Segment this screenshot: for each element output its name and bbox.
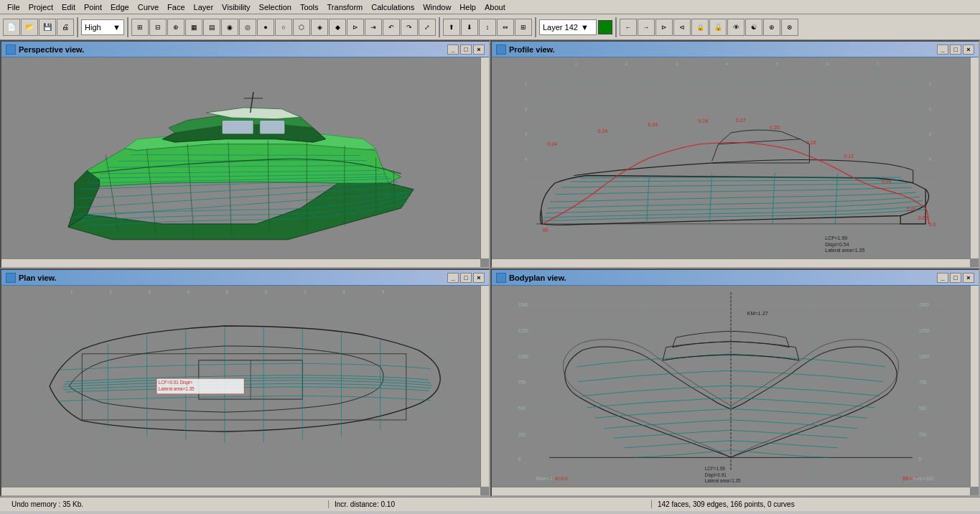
layer-color-box[interactable] bbox=[598, 20, 612, 34]
edit3-btn[interactable]: ↕ bbox=[479, 19, 496, 36]
edit4-btn[interactable]: ⇔ bbox=[497, 19, 514, 36]
extra7-btn[interactable]: 👁 bbox=[727, 19, 745, 36]
grid-btn[interactable]: ⊞ bbox=[131, 19, 149, 36]
extra10-btn[interactable]: ⊗ bbox=[781, 19, 798, 36]
view13-btn[interactable]: ⇥ bbox=[365, 19, 382, 36]
status-geometry: 142 faces, 309 edges, 166 points, 0 curv… bbox=[652, 500, 974, 508]
plan-viewport[interactable]: Plan view. _ □ × bbox=[0, 268, 490, 497]
svg-text:5: 5 bbox=[226, 289, 229, 294]
view8-btn[interactable]: ○ bbox=[275, 19, 292, 36]
bodyplan-maximize[interactable]: □ bbox=[950, 273, 961, 283]
bodyplan-controls: _ □ × bbox=[937, 273, 974, 283]
profile-viewport[interactable]: Profile view. _ □ × bbox=[490, 40, 980, 268]
plan-close[interactable]: × bbox=[473, 273, 485, 283]
save-button[interactable]: 💾 bbox=[39, 19, 56, 36]
svg-text:1000: 1000 bbox=[919, 354, 930, 359]
menu-curve[interactable]: Curve bbox=[134, 1, 163, 13]
quality-dropdown[interactable]: High ▼ bbox=[81, 19, 124, 35]
view16-btn[interactable]: ⤢ bbox=[419, 19, 436, 36]
profile-content: 12 34 56 7 12 34 12 34 bbox=[492, 57, 970, 258]
bodyplan-title-bar: Bodyplan view. _ □ × bbox=[492, 270, 979, 286]
extra6-btn[interactable]: 🔓 bbox=[709, 19, 727, 36]
menu-edge[interactable]: Edge bbox=[106, 1, 134, 13]
view4-btn[interactable]: ▤ bbox=[203, 19, 220, 36]
new-button[interactable]: 📄 bbox=[3, 19, 20, 36]
cursor-btn[interactable]: ⊕ bbox=[167, 19, 185, 36]
extra9-btn[interactable]: ⊕ bbox=[763, 19, 780, 36]
edit2-btn[interactable]: ⬇ bbox=[461, 19, 478, 36]
bodyplan-viewport[interactable]: Bodyplan view. _ □ × bbox=[490, 268, 980, 497]
view7-btn[interactable]: ● bbox=[257, 19, 274, 36]
bodyplan-scrollbar-v[interactable] bbox=[970, 286, 979, 487]
view-tools-group: ⊞ ⊟ ⊕ ▦ ▤ ◉ ◎ ● ○ ⬡ ◈ ◆ ⊳ ⇥ ↶ ↷ ⤢ bbox=[131, 19, 436, 36]
view6-btn[interactable]: ◎ bbox=[239, 19, 256, 36]
bodyplan-scrollbar-h[interactable] bbox=[492, 487, 970, 495]
svg-text:0: 0 bbox=[919, 457, 922, 462]
perspective-scrollbar-v[interactable] bbox=[480, 57, 489, 258]
view10-btn[interactable]: ◈ bbox=[311, 19, 328, 36]
toolbar: 📄 📂 💾 🖨 High ▼ ⊞ ⊟ ⊕ ▦ ▤ ◉ ◎ ● ○ ⬡ ◈ ◆ ⊳… bbox=[0, 14, 980, 40]
profile-minimize[interactable]: _ bbox=[937, 45, 948, 55]
perspective-scrollbar-h[interactable] bbox=[1, 258, 480, 267]
menu-about[interactable]: About bbox=[480, 1, 510, 13]
profile-close[interactable]: × bbox=[963, 45, 974, 55]
open-button[interactable]: 📂 bbox=[21, 19, 38, 36]
svg-text:6: 6 bbox=[826, 61, 829, 66]
extra3-btn[interactable]: ⊳ bbox=[655, 19, 673, 36]
plan-scrollbar-v[interactable] bbox=[480, 286, 489, 487]
menu-window[interactable]: Window bbox=[419, 1, 455, 13]
plan-scrollbar-h[interactable] bbox=[1, 487, 480, 495]
profile-scrollbar-v[interactable] bbox=[970, 57, 979, 258]
view11-btn[interactable]: ◆ bbox=[329, 19, 346, 36]
perspective-title: Perspective view. bbox=[19, 45, 84, 54]
view2-btn[interactable]: ⊟ bbox=[149, 19, 167, 36]
bodyplan-close[interactable]: × bbox=[963, 273, 974, 283]
menu-project[interactable]: Project bbox=[24, 1, 57, 13]
profile-maximize[interactable]: □ bbox=[950, 45, 961, 55]
menu-tools[interactable]: Tools bbox=[296, 1, 323, 13]
menu-edit[interactable]: Edit bbox=[57, 1, 80, 13]
view3-btn[interactable]: ▦ bbox=[185, 19, 202, 36]
menu-layer[interactable]: Layer bbox=[190, 1, 218, 13]
menu-help[interactable]: Help bbox=[455, 1, 480, 13]
svg-text:2: 2 bbox=[109, 289, 112, 294]
perspective-viewport[interactable]: Perspective view. _ □ × bbox=[0, 40, 490, 268]
bodyplan-minimize[interactable]: _ bbox=[937, 273, 948, 283]
menu-face[interactable]: Face bbox=[163, 1, 189, 13]
perspective-close[interactable]: × bbox=[473, 45, 485, 55]
extra8-btn[interactable]: ☯ bbox=[745, 19, 762, 36]
extra5-btn[interactable]: 🔒 bbox=[691, 19, 709, 36]
menu-visibility[interactable]: Visibility bbox=[218, 1, 255, 13]
perspective-minimize[interactable]: _ bbox=[447, 45, 459, 55]
view12-btn[interactable]: ⊳ bbox=[347, 19, 364, 36]
svg-text:7: 7 bbox=[877, 61, 879, 66]
svg-text:1250: 1250 bbox=[518, 328, 529, 333]
view14-btn[interactable]: ↶ bbox=[383, 19, 400, 36]
icon4-button[interactable]: 🖨 bbox=[57, 19, 74, 36]
perspective-maximize[interactable]: □ bbox=[460, 45, 472, 55]
menu-point[interactable]: Point bbox=[80, 1, 106, 13]
status-bar: Undo memory : 35 Kb. Incr. distance: 0.1… bbox=[0, 497, 980, 511]
view9-btn[interactable]: ⬡ bbox=[293, 19, 310, 36]
layer-dropdown[interactable]: Layer 142 ▼ bbox=[539, 19, 597, 35]
svg-text:1: 1 bbox=[70, 289, 73, 294]
menu-calculations[interactable]: Calculations bbox=[367, 1, 419, 13]
bodyplan-lateral-text: Lateral area=1.35 bbox=[705, 478, 741, 483]
profile-lateral-text: Lateral area=1.35 bbox=[825, 248, 864, 253]
extra4-btn[interactable]: ⊲ bbox=[673, 19, 691, 36]
svg-text:2: 2 bbox=[525, 106, 528, 111]
svg-text:0: 0 bbox=[518, 457, 521, 462]
edit5-btn[interactable]: ⊞ bbox=[515, 19, 532, 36]
extra1-btn[interactable]: ← bbox=[620, 19, 637, 36]
menu-selection[interactable]: Selection bbox=[255, 1, 296, 13]
view15-btn[interactable]: ↷ bbox=[401, 19, 418, 36]
edit1-btn[interactable]: ⬆ bbox=[443, 19, 460, 36]
menu-file[interactable]: File bbox=[3, 1, 24, 13]
extra2-btn[interactable]: → bbox=[638, 19, 655, 36]
viewport-area: Perspective view. _ □ × bbox=[0, 40, 980, 497]
view5-btn[interactable]: ◉ bbox=[221, 19, 238, 36]
plan-maximize[interactable]: □ bbox=[460, 273, 472, 283]
profile-scrollbar-h[interactable] bbox=[492, 258, 970, 267]
menu-transform[interactable]: Transform bbox=[323, 1, 368, 13]
plan-minimize[interactable]: _ bbox=[447, 273, 459, 283]
